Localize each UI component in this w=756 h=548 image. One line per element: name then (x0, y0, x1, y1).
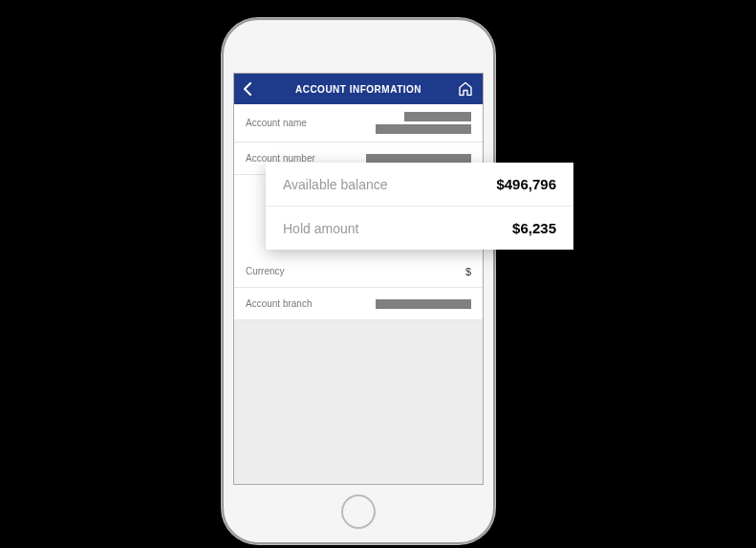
redacted-bar (366, 154, 471, 164)
callout-label: Available balance (283, 177, 388, 192)
row-currency: Currency $ (234, 255, 483, 288)
page-title: ACCOUNT INFORMATION (295, 84, 421, 95)
phone-frame: ACCOUNT INFORMATION Account name Account… (222, 18, 495, 544)
row-account-branch: Account branch (234, 288, 483, 320)
row-label: Currency (246, 266, 285, 276)
callout-label: Hold amount (283, 221, 358, 236)
redacted-bar (376, 124, 471, 134)
home-icon (458, 82, 473, 97)
redacted-value (376, 112, 471, 134)
balance-callout: Available balance $496,796 Hold amount $… (266, 163, 573, 250)
callout-row-available-balance: Available balance $496,796 (266, 163, 573, 207)
callout-value: $6,235 (512, 220, 556, 236)
row-label: Account branch (246, 298, 313, 309)
back-button[interactable] (244, 82, 252, 96)
redacted-bar (376, 299, 471, 309)
phone-screen: ACCOUNT INFORMATION Account name Account… (233, 73, 484, 485)
callout-row-hold-amount: Hold amount $6,235 (266, 207, 573, 250)
row-account-name: Account name (234, 104, 483, 142)
callout-value: $496,796 (496, 176, 556, 192)
chevron-left-icon (244, 82, 252, 96)
row-label: Account name (246, 118, 307, 128)
row-value: $ (465, 266, 471, 277)
home-button[interactable] (458, 82, 473, 97)
phone-home-button[interactable] (341, 494, 376, 529)
redacted-bar (404, 112, 471, 121)
app-header: ACCOUNT INFORMATION (234, 74, 483, 104)
